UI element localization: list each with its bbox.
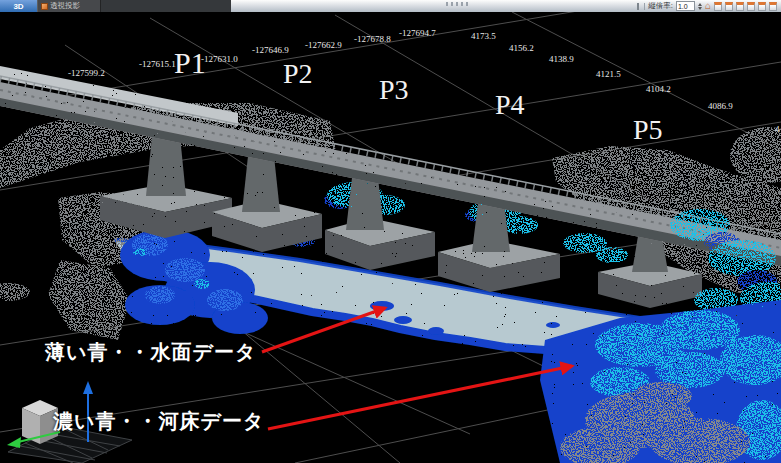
titlebar-grip-icon	[446, 2, 470, 6]
point-cloud-scene	[0, 0, 781, 463]
vertical-scale-input[interactable]	[676, 1, 695, 11]
projection-cube-icon	[41, 3, 48, 10]
home-icon[interactable]: ⌂	[705, 1, 711, 11]
toolbar-spacer	[101, 0, 231, 12]
toolbar-icon-5[interactable]	[758, 2, 766, 11]
toolbar-icon-1[interactable]	[714, 2, 722, 11]
toolbar-right-controls: 縦倍率: ⌂	[635, 0, 781, 12]
toolbar-separator-icon	[637, 3, 645, 10]
orientation-gizmo[interactable]	[7, 381, 132, 463]
stepper-up-icon[interactable]	[698, 3, 702, 6]
toolbar-icon-3[interactable]	[736, 2, 744, 11]
titlebar	[231, 0, 635, 12]
tab-3d[interactable]: 3D	[0, 0, 37, 12]
top-toolbar: 3D 透視投影 縦倍率: ⌂	[0, 0, 781, 12]
toolbar-icon-2[interactable]	[725, 2, 733, 11]
vertical-scale-stepper[interactable]	[698, 3, 702, 10]
riverbed-arrow	[268, 366, 572, 429]
vertical-scale-label: 縦倍率:	[648, 1, 673, 11]
right-edge-vegetation-points	[730, 127, 781, 183]
tab-perspective-projection-label: 透視投影	[50, 1, 80, 11]
toolbar-icon-6[interactable]	[769, 2, 777, 11]
toolbar-icon-4[interactable]	[747, 2, 755, 11]
viewport-3d[interactable]	[0, 0, 781, 463]
application-window: -127599.2-127615.1-127631.0-127646.9-127…	[0, 0, 781, 463]
stepper-down-icon[interactable]	[698, 7, 702, 10]
left-edge-vegetation-points	[0, 283, 30, 301]
tab-perspective-projection[interactable]: 透視投影	[37, 0, 101, 12]
